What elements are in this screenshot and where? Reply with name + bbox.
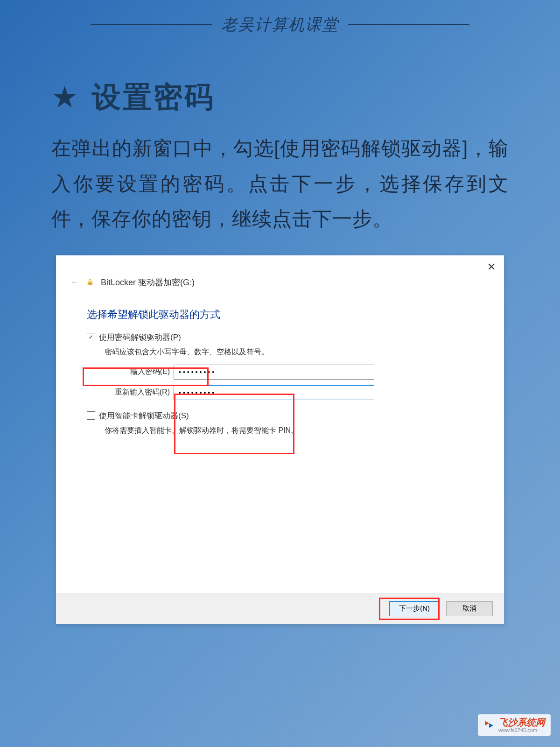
next-button[interactable]: 下一步(N) [389,601,440,616]
dialog-title: BitLocker 驱动器加密(G:) [101,277,195,288]
back-arrow-icon[interactable]: ← [70,277,79,288]
password-reinput-row: 重新输入密码(R) [105,385,504,400]
cancel-button[interactable]: 取消 [446,601,493,616]
divider-right [348,24,469,25]
smartcard-option-label[interactable]: 使用智能卡解锁驱动器(S) [99,410,189,421]
watermark: 飞沙系统网 www.fs0745.com [478,714,551,736]
password-reinput-label: 重新输入密码(R) [105,388,170,397]
page-header-title: 老吴计算机课堂 [221,14,339,35]
smartcard-hint: 你将需要插入智能卡。解锁驱动器时，将需要智能卡 PIN。 [105,426,504,436]
password-hint: 密码应该包含大小写字母、数字、空格以及符号。 [105,347,504,357]
password-reinput[interactable] [174,385,374,400]
close-icon[interactable]: ✕ [487,261,496,273]
page-header: 老吴计算机课堂 [0,0,560,35]
bitlocker-dialog: ✕ ← BitLocker 驱动器加密(G:) 选择希望解锁此驱动器的方式 ✓ … [56,255,504,624]
password-input[interactable] [174,365,374,380]
password-input-label: 输入密码(E) [105,367,170,377]
password-option-label[interactable]: 使用密码解锁驱动器(P) [99,332,181,343]
dialog-header: ← BitLocker 驱动器加密(G:) [56,255,504,288]
password-option-row: ✓ 使用密码解锁驱动器(P) [87,332,504,343]
dialog-heading: 选择希望解锁此驱动器的方式 [87,308,504,322]
watermark-url: www.fs0745.com [498,727,545,733]
smartcard-option-row: 使用智能卡解锁驱动器(S) [87,410,504,421]
password-input-row: 输入密码(E) [105,365,504,380]
watermark-name: 飞沙系统网 [498,717,545,727]
section-title: ★ 设置密码 [51,78,560,117]
dialog-footer: 下一步(N) 取消 [56,593,504,624]
divider-left [91,24,212,25]
section-description: 在弹出的新窗口中，勾选[使用密码解锁驱动器]，输入你要设置的密码。点击下一步，选… [51,131,509,237]
section-title-text: 设置密码 [92,78,215,117]
star-icon: ★ [51,82,78,112]
smartcard-section: 使用智能卡解锁驱动器(S) 你将需要插入智能卡。解锁驱动器时，将需要智能卡 PI… [56,410,504,436]
password-checkbox[interactable]: ✓ [87,333,95,341]
smartcard-checkbox[interactable] [87,411,95,420]
lock-key-icon [86,278,94,287]
watermark-logo-icon [483,719,495,731]
